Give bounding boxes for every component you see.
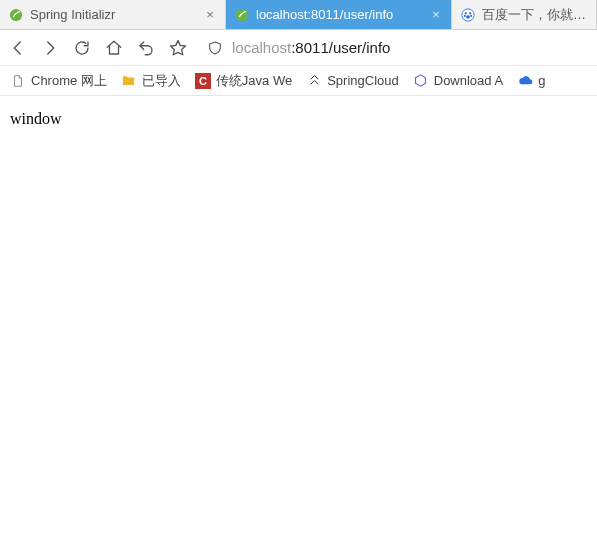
bookmark-label: Chrome 网上 [31, 72, 107, 90]
tab-label: Spring Initializr [30, 7, 197, 22]
bookmark-star-button[interactable] [166, 36, 190, 60]
bookmark-download-a[interactable]: Download A [413, 73, 503, 89]
folder-icon [121, 73, 137, 89]
bookmark-label: Download A [434, 73, 503, 88]
tab-localhost-user-info[interactable]: localhost:8011/user/info × [226, 0, 452, 29]
svg-point-4 [469, 12, 471, 14]
spring-icon [8, 7, 24, 23]
address-bar[interactable]: localhost:8011/user/info [198, 36, 591, 60]
tab-strip: Spring Initializr × localhost:8011/user/… [0, 0, 597, 30]
svg-point-2 [462, 8, 474, 20]
bookmark-label: 已导入 [142, 72, 181, 90]
tab-baidu[interactable]: 百度一下，你就知道 [452, 0, 597, 29]
bookmark-springcloud[interactable]: SpringCloud [306, 73, 399, 89]
page-body-text: window [10, 110, 62, 127]
page-content: window [0, 96, 597, 142]
bookmarks-bar: Chrome 网上 已导入 C 传统Java We SpringCloud Do… [0, 66, 597, 96]
csdn-icon: C [195, 73, 211, 89]
back-button[interactable] [6, 36, 30, 60]
undo-close-button[interactable] [134, 36, 158, 60]
baidu-icon [460, 7, 476, 23]
bookmark-label: 传统Java We [216, 72, 292, 90]
svg-point-5 [464, 14, 466, 16]
forward-button[interactable] [38, 36, 62, 60]
reload-button[interactable] [70, 36, 94, 60]
bookmark-imported-folder[interactable]: 已导入 [121, 72, 181, 90]
home-button[interactable] [102, 36, 126, 60]
address-host: localhost [232, 39, 291, 56]
svg-marker-7 [171, 40, 186, 54]
svg-point-0 [10, 8, 22, 20]
springcloud-icon [306, 73, 322, 89]
file-icon [10, 73, 26, 89]
close-icon[interactable]: × [203, 8, 217, 22]
bookmark-label: g [538, 73, 545, 88]
shield-icon[interactable] [206, 36, 224, 60]
spring-icon [234, 7, 250, 23]
svg-point-6 [470, 14, 472, 16]
bookmark-traditional-java-web[interactable]: C 传统Java We [195, 72, 292, 90]
svg-marker-8 [416, 75, 426, 86]
address-text: localhost:8011/user/info [232, 39, 390, 56]
tab-label: 百度一下，你就知道 [482, 6, 588, 24]
address-path: :8011/user/info [291, 39, 390, 56]
tab-spring-initializr[interactable]: Spring Initializr × [0, 0, 226, 29]
tab-label: localhost:8011/user/info [256, 7, 423, 22]
bookmark-chrome-webstore[interactable]: Chrome 网上 [10, 72, 107, 90]
bookmark-g[interactable]: g [517, 73, 545, 89]
bookmark-label: SpringCloud [327, 73, 399, 88]
svg-point-3 [465, 12, 467, 14]
close-icon[interactable]: × [429, 8, 443, 22]
nav-bar: localhost:8011/user/info [0, 30, 597, 66]
svg-point-1 [236, 8, 248, 20]
hexagon-icon [413, 73, 429, 89]
cloud-icon [517, 73, 533, 89]
